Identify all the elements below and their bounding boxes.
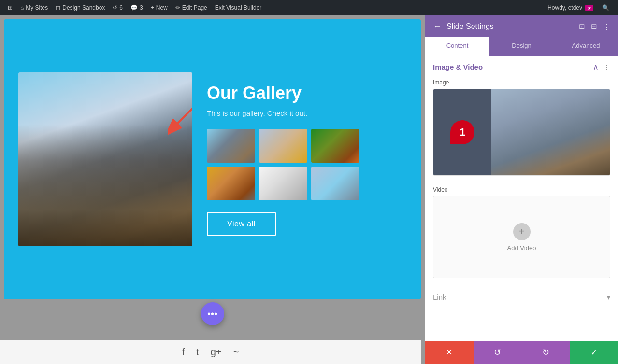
admin-bar: ⊞ ⌂ My Sites ◻ Design Sandbox ↺ 6 💬 3 + … [0, 0, 618, 15]
facebook-icon[interactable]: f [182, 347, 185, 358]
edit-page-label: Edit Page [182, 4, 207, 11]
tab-content[interactable]: Content [425, 37, 489, 56]
slide-main-image [18, 72, 192, 246]
revisions-count: 6 [119, 4, 123, 11]
panel-title: Slide Settings [446, 22, 574, 31]
svg-line-1 [178, 99, 192, 123]
cancel-icon: ✕ [446, 347, 453, 358]
slide-content: Our Gallery This is our gallery. Check i… [207, 83, 406, 236]
rss-icon[interactable]: ~ [233, 347, 239, 358]
section-header-icons: ∧ ⋮ [593, 62, 610, 71]
image-upload-right [491, 89, 610, 175]
comments-icon: 💬 [130, 4, 138, 11]
slide-image-bg [18, 72, 192, 246]
new-content-menu[interactable]: + New [147, 0, 172, 15]
undo-icon: ↺ [494, 347, 501, 358]
tab-design[interactable]: Design [489, 37, 554, 56]
panel-back-button[interactable]: ← [433, 21, 442, 31]
slide-description: This is our gallery. Check it out. [207, 109, 406, 117]
panel-tabs: Content Design Advanced [425, 37, 618, 56]
panel-body: Image & Video ∧ ⋮ Image 1 [425, 56, 618, 341]
add-video-label: Add Video [507, 244, 536, 252]
gallery-thumb-6[interactable] [311, 167, 359, 200]
image-field-label: Image [425, 76, 618, 89]
design-sandbox-label: Design Sandbox [62, 4, 105, 11]
pier-overlay [18, 125, 192, 246]
image-preview-right [491, 89, 610, 175]
save-icon: ✓ [590, 347, 598, 358]
twitter-icon[interactable]: t [196, 347, 199, 358]
comments-link[interactable]: 💬 3 [127, 0, 147, 15]
undo-button[interactable]: ↺ [474, 341, 522, 364]
save-button[interactable]: ✓ [570, 341, 618, 364]
view-all-button[interactable]: View all [207, 212, 276, 236]
revisions-icon: ↺ [113, 4, 117, 11]
fab-dots-icon: ••• [207, 308, 217, 320]
panel-footer: ✕ ↺ ↻ ✓ [425, 341, 618, 364]
link-section-header[interactable]: Link ▾ [433, 286, 610, 308]
redo-button[interactable]: ↻ [522, 341, 570, 364]
gallery-thumb-2[interactable] [259, 129, 307, 163]
slide-number-badge: 1 [450, 120, 474, 144]
comments-count: 3 [140, 4, 143, 11]
image-video-section-header: Image & Video ∧ ⋮ [425, 56, 618, 76]
slide-number-text: 1 [460, 126, 465, 139]
slide-title: Our Gallery [207, 83, 406, 103]
page-canvas: Our Gallery This is our gallery. Check i… [0, 15, 425, 364]
link-section: Link ▾ [425, 286, 618, 308]
cancel-button[interactable]: ✕ [425, 341, 474, 364]
wp-logo[interactable]: ⊞ [4, 0, 16, 15]
social-bar: f t g+ ~ [0, 340, 421, 364]
etdev-star-badge: ★ [585, 5, 593, 11]
slide-section: Our Gallery This is our gallery. Check i… [4, 19, 421, 299]
gallery-grid [207, 129, 406, 200]
main-area: Our Gallery This is our gallery. Check i… [0, 15, 618, 364]
search-button[interactable]: 🔍 [597, 4, 614, 11]
section-more-icon[interactable]: ⋮ [604, 63, 610, 71]
redo-icon: ↻ [542, 347, 549, 358]
my-sites-label: My Sites [26, 4, 48, 11]
howdy-text: Howdy, etdev [547, 4, 582, 11]
columns-icon[interactable]: ⊟ [591, 22, 597, 31]
user-menu[interactable]: Howdy, etdev ★ [544, 4, 597, 11]
panel-header: ← Slide Settings ⊡ ⊟ ⋮ [425, 15, 618, 37]
revisions-link[interactable]: ↺ 6 [109, 0, 127, 15]
gallery-thumb-1[interactable] [207, 129, 255, 163]
slide-settings-panel: ← Slide Settings ⊡ ⊟ ⋮ Content Design Ad… [425, 15, 618, 364]
image-upload-left: 1 [433, 89, 491, 175]
resize-icon[interactable]: ⊡ [579, 22, 585, 31]
video-field-label: Video [425, 183, 618, 196]
panel-header-icons: ⊡ ⊟ ⋮ [579, 22, 610, 31]
design-sandbox-link[interactable]: ◻ Design Sandbox [52, 0, 109, 15]
gallery-thumb-4[interactable] [207, 167, 255, 200]
exit-builder-link[interactable]: Exit Visual Builder [211, 0, 266, 15]
image-upload-area[interactable]: 1 [433, 89, 610, 176]
section-image-video-title: Image & Video [433, 63, 483, 71]
design-icon: ◻ [56, 4, 60, 11]
google-plus-icon[interactable]: g+ [211, 347, 222, 358]
video-upload-area[interactable]: + Add Video [433, 196, 610, 278]
plus-icon: + [151, 4, 154, 11]
edit-page-link[interactable]: ✏ Edit Page [172, 0, 211, 15]
link-section-title: Link [433, 293, 446, 301]
my-sites-menu[interactable]: ⌂ My Sites [16, 0, 52, 15]
sites-icon: ⌂ [20, 4, 24, 11]
add-video-plus-button[interactable]: + [513, 223, 531, 240]
section-collapse-icon[interactable]: ∧ [593, 62, 599, 71]
gallery-thumb-5[interactable] [259, 167, 307, 200]
edit-icon: ✏ [175, 4, 180, 11]
exit-builder-label: Exit Visual Builder [215, 4, 262, 11]
gallery-thumb-3[interactable] [311, 129, 359, 163]
floating-action-button[interactable]: ••• [201, 302, 224, 325]
more-options-icon[interactable]: ⋮ [603, 22, 610, 31]
tab-advanced[interactable]: Advanced [554, 37, 618, 56]
wp-icon: ⊞ [8, 4, 13, 11]
new-label: New [156, 4, 168, 11]
link-chevron-icon: ▾ [607, 294, 610, 301]
